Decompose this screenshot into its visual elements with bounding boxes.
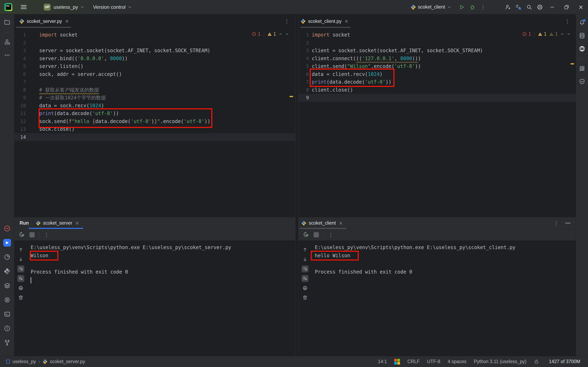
code-line-8[interactable]: 8# 获取从客户端发送的数据: [14, 86, 295, 94]
indent-style[interactable]: 4 spaces: [448, 359, 467, 364]
console-output-right[interactable]: E:\useless_py\venv\Scripts\python.exe E:…: [315, 241, 576, 276]
editor-tab-scoket-client[interactable]: scoket_client.py ×: [298, 14, 352, 28]
database-tool-icon[interactable]: [578, 32, 586, 40]
dictionary-book-icon[interactable]: A: [578, 65, 586, 72]
weak-warning-chip[interactable]: 1: [549, 31, 558, 37]
run-button[interactable]: [457, 2, 467, 12]
main-menu-hamburger-icon[interactable]: [21, 4, 26, 10]
run-configuration-selector[interactable]: scoket_client: [410, 4, 451, 10]
window-close-button[interactable]: ×: [574, 0, 588, 14]
file-encoding[interactable]: UTF-8: [427, 359, 440, 364]
terminal-tool-icon[interactable]: [3, 310, 11, 318]
prev-problem-chevron[interactable]: [560, 32, 564, 36]
vcs-menu[interactable]: Version control: [93, 4, 132, 10]
code-with-me-icon[interactable]: [503, 2, 513, 12]
code-line-2[interactable]: 2: [14, 39, 295, 47]
error-chip[interactable]: 1: [252, 31, 261, 37]
settings-gear-icon[interactable]: [535, 2, 545, 12]
code-line-12[interactable]: 12sock.send(f"hello {data.decode('utf-8'…: [14, 117, 295, 125]
run-tab-scoket-client[interactable]: scoket_client ×: [301, 217, 343, 229]
code-line-6[interactable]: 6sock, addr = server.accept(): [14, 70, 295, 78]
rerun-button[interactable]: [19, 231, 25, 238]
editor-options-kebab[interactable]: ⋮: [565, 18, 570, 24]
code-line-4[interactable]: 4client.connect((('127.0.0.1', 8000))): [298, 55, 576, 63]
python-interpreter[interactable]: Python 3.11 (useless_py): [474, 359, 527, 364]
print-icon[interactable]: [302, 284, 308, 292]
debug-button[interactable]: [467, 2, 478, 12]
editor-scoket-server[interactable]: 1 1 1import socket23server = socket.sock…: [14, 28, 295, 217]
git-tool-icon[interactable]: [3, 339, 11, 347]
more-actions-kebab[interactable]: ⋮: [478, 2, 488, 12]
panel-minimize-icon[interactable]: [565, 223, 571, 223]
problems-tool-icon[interactable]: [3, 225, 11, 232]
services-tool-icon[interactable]: [3, 296, 11, 304]
editor-options-kebab[interactable]: ⋮: [284, 18, 290, 24]
code-line-3[interactable]: 3server = socket.socket(socket.AF_INET, …: [14, 47, 295, 55]
more-tool-windows-icon[interactable]: [3, 51, 11, 59]
python-console-tool-icon[interactable]: [3, 282, 11, 290]
caret-position[interactable]: 14:1: [378, 359, 387, 364]
python-packages-tool-icon[interactable]: [3, 267, 11, 275]
line-separator[interactable]: CRLF: [407, 359, 419, 364]
soft-wrap-toggle-icon[interactable]: [17, 265, 24, 272]
memory-indicator[interactable]: 1427 of 3700M: [546, 357, 583, 366]
inspections-widget[interactable]: 1 1: [252, 31, 289, 37]
up-stacktrace-icon[interactable]: [302, 246, 308, 253]
window-minimize-button[interactable]: [545, 0, 559, 14]
code-line-6[interactable]: 6data = client.recv(1024): [298, 70, 576, 78]
rerun-button[interactable]: [303, 231, 309, 238]
prev-problem-chevron[interactable]: [279, 32, 282, 36]
pane-splitter[interactable]: [295, 14, 298, 356]
scroll-to-end-toggle-icon[interactable]: [302, 275, 308, 282]
down-stacktrace-icon[interactable]: [17, 256, 24, 263]
soft-wrap-toggle-icon[interactable]: [302, 265, 308, 272]
scroll-to-end-toggle-icon[interactable]: [17, 275, 24, 282]
code-line-2[interactable]: 2: [298, 39, 576, 47]
run-console-right[interactable]: E:\useless_py\venv\Scripts\python.exe E:…: [298, 241, 576, 356]
panel-options-kebab[interactable]: ⋮: [554, 220, 559, 226]
code-line-5[interactable]: 5server.listen(): [14, 62, 295, 70]
run-options-kebab[interactable]: ⋮: [328, 232, 333, 238]
code-line-7[interactable]: 7: [14, 78, 295, 86]
structure-tool-icon[interactable]: [3, 38, 11, 46]
code-line-14[interactable]: 14: [14, 133, 295, 141]
next-problem-chevron[interactable]: [567, 32, 571, 36]
down-stacktrace-icon[interactable]: [302, 256, 308, 263]
stop-button[interactable]: [29, 232, 35, 237]
run-options-kebab[interactable]: ⋮: [44, 232, 49, 238]
lock-icon[interactable]: [534, 359, 539, 364]
code-line-8[interactable]: 8client.close(): [298, 86, 576, 94]
breadcrumb-project[interactable]: useless_py: [12, 359, 36, 364]
project-widget[interactable]: UP useless_py: [35, 4, 85, 11]
coverage-tool-icon[interactable]: [3, 253, 11, 261]
windows-defender-icon[interactable]: [394, 359, 400, 365]
code-line-4[interactable]: 4server.bind(('0.0.0.0', 8000)): [14, 55, 295, 63]
code-line-9[interactable]: 9# 一次获取1024个字节的数据: [14, 94, 295, 102]
window-restore-button[interactable]: [559, 0, 574, 14]
code-line-9[interactable]: 9: [298, 94, 576, 102]
notifications-bell-icon[interactable]: [578, 19, 586, 26]
project-tool-icon[interactable]: [3, 18, 11, 26]
breadcrumb-file[interactable]: scoket_server.py: [50, 359, 85, 364]
search-everywhere-icon[interactable]: [524, 2, 535, 12]
code-line-11[interactable]: 11print(data.decode('utf-8')): [14, 109, 295, 117]
plugin-x-circle-icon[interactable]: [578, 45, 586, 53]
inspections-widget[interactable]: 1 1 1: [522, 31, 571, 37]
code-line-13[interactable]: 13sock.close(): [14, 125, 295, 133]
code-line-10[interactable]: 10data = sock.recv(1024): [14, 102, 295, 110]
next-problem-chevron[interactable]: [285, 32, 289, 36]
code-line-5[interactable]: 5client.send("Wilson".encode('utf-8')): [298, 62, 576, 70]
up-stacktrace-icon[interactable]: [17, 246, 24, 253]
todo-tool-icon[interactable]: [3, 325, 11, 332]
run-tool-icon[interactable]: [3, 239, 11, 247]
shield-check-icon[interactable]: [578, 78, 586, 85]
tab-close-icon[interactable]: ×: [75, 220, 79, 226]
code-line-3[interactable]: 3client = socket.socket(socket.AF_INET, …: [298, 47, 576, 55]
warning-chip[interactable]: 1: [267, 31, 276, 37]
editor-scoket-client[interactable]: 1 1 1 1import socket23client = socke: [298, 28, 576, 217]
code-line-7[interactable]: 7print(data.decode('utf-8')): [298, 78, 576, 86]
translate-icon[interactable]: 文 A: [513, 2, 524, 12]
warning-chip[interactable]: 1: [538, 31, 546, 37]
editor-tab-scoket-server[interactable]: scoket_server.py ×: [14, 14, 73, 28]
console-output-left[interactable]: E:\useless_py\venv\Scripts\python.exe E:…: [31, 241, 295, 284]
